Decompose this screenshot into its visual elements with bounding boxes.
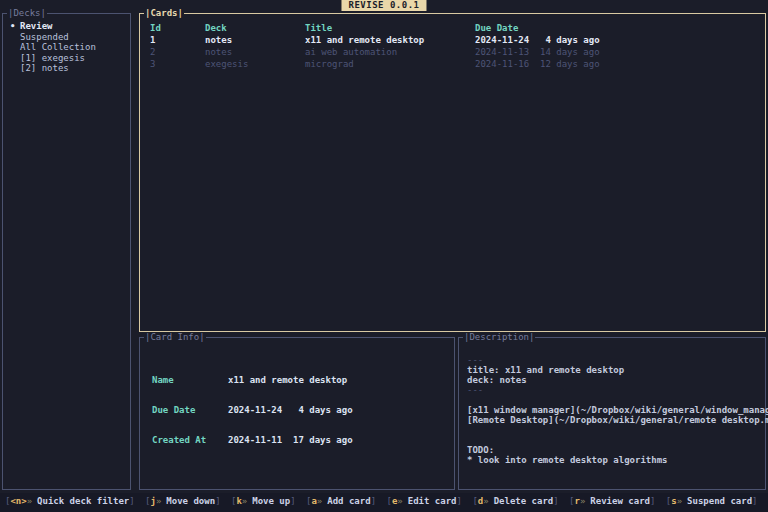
deck-bullet-slot xyxy=(10,53,20,64)
cards-panel: |Cards| Id Deck Title Due Date 1 notes x… xyxy=(139,13,766,332)
cards-table-header: Id Deck Title Due Date xyxy=(140,22,765,34)
bracket: ] xyxy=(215,496,220,506)
keybind-review-card[interactable]: [r»Review card] xyxy=(569,496,655,506)
card-deck: notes xyxy=(205,46,305,58)
keybind-label: Edit card xyxy=(408,496,457,506)
chevron-separator-icon: » xyxy=(27,496,32,506)
field-value: 2024-11-24 4 days ago xyxy=(228,405,353,415)
keybind-label: Delete card xyxy=(494,496,554,506)
deck-item-exegesis[interactable]: [1] exegesis xyxy=(10,53,130,64)
card-title: x11 and remote desktop xyxy=(305,34,475,46)
field-value: x11 and remote desktop xyxy=(228,375,347,385)
blank-line xyxy=(467,395,765,405)
col-header-id: Id xyxy=(150,22,205,34)
deck-item-label: All Collection xyxy=(20,42,96,53)
bracket: ] xyxy=(290,496,295,506)
keybind-edit-card[interactable]: [e»Edit card] xyxy=(386,496,461,506)
key-hint: <n> xyxy=(10,496,26,506)
card-due-date: 2024-11-16 12 days ago xyxy=(475,58,765,70)
deck-item-all-collection[interactable]: All Collection xyxy=(10,42,130,53)
card-title: micrograd xyxy=(305,58,475,70)
bracket: ] xyxy=(752,496,757,506)
card-info-field-due-date: Due Date 2024-11-24 4 days ago xyxy=(152,405,454,415)
bracket: ] xyxy=(129,496,134,506)
keybind-move-down[interactable]: [j»Move down] xyxy=(145,496,220,506)
card-due-date: 2024-11-13 14 days ago xyxy=(475,46,765,58)
description-link-line: [x11 window manager](~/Dropbox/wiki/gene… xyxy=(467,405,765,415)
chevron-separator-icon: » xyxy=(397,496,402,506)
chevron-separator-icon: » xyxy=(317,496,322,506)
keybind-quick-deck-filter[interactable]: [<n>»Quick deck filter] xyxy=(5,496,135,506)
deck-item-label: Review xyxy=(20,21,53,32)
keybind-label: Move down xyxy=(166,496,215,506)
col-header-deck: Deck xyxy=(205,22,305,34)
field-label: Created At xyxy=(152,435,228,445)
card-deck: exegesis xyxy=(205,58,305,70)
description-line: title: x11 and remote desktop xyxy=(467,365,765,375)
chevron-separator-icon: » xyxy=(677,496,682,506)
keybind-suspend-card[interactable]: [s»Suspend card] xyxy=(666,496,758,506)
card-info-panel-title: |Card Info| xyxy=(144,332,206,342)
chevron-separator-icon: » xyxy=(242,496,247,506)
keybind-label: Add card xyxy=(327,496,370,506)
deck-item-label: [1] exegesis xyxy=(20,53,85,64)
col-header-title: Title xyxy=(305,22,475,34)
bracket: ] xyxy=(457,496,462,506)
description-line: deck: notes xyxy=(467,375,765,385)
deck-item-review[interactable]: • Review xyxy=(10,21,130,32)
frontmatter-delimiter: --- xyxy=(467,355,765,365)
description-link-line: [Remote Desktop](~/Dropbox/wiki/general/… xyxy=(467,415,765,425)
keybind-move-up[interactable]: [k»Move up] xyxy=(231,496,296,506)
card-row[interactable]: 2 notes ai web automation 2024-11-13 14 … xyxy=(140,46,765,58)
field-label: Due Date xyxy=(152,405,228,415)
col-header-due-date: Due Date xyxy=(475,22,765,34)
keybind-label: Move up xyxy=(252,496,290,506)
deck-item-label: Suspended xyxy=(20,32,69,43)
bracket: ] xyxy=(553,496,558,506)
blank-line xyxy=(152,465,454,475)
card-due-date: 2024-11-24 4 days ago xyxy=(475,34,765,46)
deck-bullet-slot xyxy=(10,42,20,53)
deck-item-notes[interactable]: [2] notes xyxy=(10,63,130,74)
card-id: 2 xyxy=(150,46,205,58)
field-value: 2024-11-11 17 days ago xyxy=(228,435,353,445)
description-panel-title: |Description| xyxy=(463,332,535,342)
app-window: REVISE 0.0.1 |Decks| • Review Suspended … xyxy=(0,0,768,512)
card-title: ai web automation xyxy=(305,46,475,58)
keybind-delete-card[interactable]: [d»Delete card] xyxy=(472,496,558,506)
description-line: * look into remote desktop algorithms xyxy=(467,455,765,465)
chevron-separator-icon: » xyxy=(156,496,161,506)
chevron-separator-icon: » xyxy=(580,496,585,506)
bracket: ] xyxy=(650,496,655,506)
card-id: 1 xyxy=(150,34,205,46)
deck-item-label: [2] notes xyxy=(20,63,69,74)
card-info-field-created-at: Created At 2024-11-11 17 days ago xyxy=(152,435,454,445)
description-body: --- title: x11 and remote desktop deck: … xyxy=(459,338,765,465)
statusbar: [<n>»Quick deck filter] [j»Move down] [k… xyxy=(0,493,768,512)
keybind-label: Suspend card xyxy=(687,496,752,506)
deck-bullet-slot xyxy=(10,63,20,74)
blank-line xyxy=(467,435,765,445)
deck-item-suspended[interactable]: Suspended xyxy=(10,32,130,43)
card-row[interactable]: 3 exegesis micrograd 2024-11-16 12 days … xyxy=(140,58,765,70)
decks-panel-title: |Decks| xyxy=(7,8,47,18)
blank-line xyxy=(467,425,765,435)
active-deck-bullet-icon: • xyxy=(10,21,20,32)
description-line: TODO: xyxy=(467,445,765,455)
deck-bullet-slot xyxy=(10,32,20,43)
keybind-label: Quick deck filter xyxy=(37,496,129,506)
cards-panel-title: |Cards| xyxy=(144,8,184,18)
frontmatter-delimiter: --- xyxy=(467,385,765,395)
bracket: ] xyxy=(371,496,376,506)
card-row-selected[interactable]: 1 notes x11 and remote desktop 2024-11-2… xyxy=(140,34,765,46)
card-info-panel: |Card Info| Name x11 and remote desktop … xyxy=(139,337,455,490)
app-title: REVISE 0.0.1 xyxy=(341,0,426,11)
card-info-field-name: Name x11 and remote desktop xyxy=(152,375,454,385)
card-deck: notes xyxy=(205,34,305,46)
field-label: Name xyxy=(152,375,228,385)
keybind-add-card[interactable]: [a»Add card] xyxy=(306,496,376,506)
card-info-body: Name x11 and remote desktop Due Date 202… xyxy=(140,338,454,512)
deck-list: • Review Suspended All Collection [1] ex… xyxy=(3,14,130,74)
cards-table: Id Deck Title Due Date 1 notes x11 and r… xyxy=(140,14,765,70)
card-id: 3 xyxy=(150,58,205,70)
